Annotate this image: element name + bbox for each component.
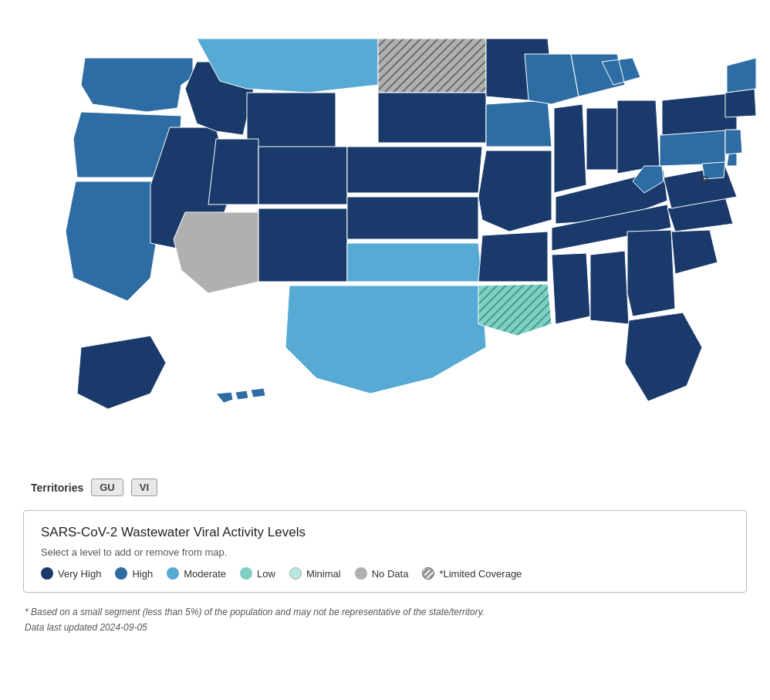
legend-low[interactable]: Low [240, 567, 275, 580]
state-vt-nh-me[interactable] [727, 58, 756, 93]
map-container [15, 15, 755, 466]
state-mi[interactable] [571, 54, 640, 96]
legend-no-data[interactable]: No Data [355, 567, 409, 580]
state-ks[interactable] [347, 197, 478, 239]
state-al[interactable] [590, 251, 629, 324]
state-sd[interactable] [378, 93, 486, 143]
data-updated: Data last updated 2024-09-05 [25, 622, 745, 633]
minimal-dot [289, 567, 302, 580]
state-ne-states[interactable] [725, 89, 756, 117]
limited-label: *Limited Coverage [439, 568, 522, 580]
state-il[interactable] [554, 104, 586, 193]
state-az[interactable] [174, 212, 258, 293]
state-wi[interactable] [525, 54, 579, 104]
state-sc[interactable] [671, 230, 718, 274]
very-high-label: Very High [58, 568, 101, 580]
state-ga[interactable] [627, 230, 675, 316]
legend-limited[interactable]: *Limited Coverage [422, 567, 522, 580]
high-dot [115, 567, 127, 580]
territories-label: Territories [31, 482, 83, 494]
footnote: * Based on a small segment (less than 5%… [25, 607, 745, 617]
low-dot [240, 567, 252, 580]
state-nm[interactable] [258, 208, 347, 282]
legend-title: SARS-CoV-2 Wastewater Viral Activity Lev… [41, 525, 729, 540]
state-wy[interactable] [247, 93, 336, 150]
minimal-label: Minimal [306, 568, 341, 580]
very-high-dot [41, 567, 53, 580]
legend-items: Very High High Moderate Low Minimal No D… [41, 567, 729, 580]
legend-high[interactable]: High [115, 567, 153, 580]
state-tx[interactable] [285, 286, 486, 394]
state-co[interactable] [258, 147, 347, 205]
state-nd[interactable] [378, 39, 486, 93]
low-label: Low [257, 568, 275, 580]
state-hi[interactable] [216, 388, 265, 403]
state-ia[interactable] [486, 100, 552, 147]
legend-subtitle: Select a level to add or remove from map… [41, 546, 729, 558]
state-nj[interactable] [725, 130, 742, 154]
state-ms[interactable] [552, 253, 590, 324]
moderate-dot [167, 567, 179, 580]
state-la[interactable] [478, 284, 552, 336]
state-ut[interactable] [208, 139, 258, 205]
high-label: High [132, 568, 153, 580]
state-pa[interactable] [660, 130, 725, 166]
state-fl[interactable] [625, 313, 702, 401]
territory-gu-button[interactable]: GU [91, 479, 123, 496]
state-ne[interactable] [347, 147, 482, 193]
state-in[interactable] [586, 108, 617, 170]
state-mo[interactable] [478, 150, 552, 232]
map-svg [15, 15, 756, 466]
legend-box: SARS-CoV-2 Wastewater Viral Activity Lev… [23, 510, 747, 593]
state-oh[interactable] [617, 100, 660, 174]
svg-point-6 [424, 569, 434, 580]
legend-minimal[interactable]: Minimal [289, 567, 341, 580]
territories-row: Territories GU VI [31, 479, 755, 496]
no-data-label: No Data [372, 568, 409, 580]
limited-hatch-icon [422, 567, 434, 580]
state-ak[interactable] [77, 336, 166, 409]
legend-very-high[interactable]: Very High [41, 567, 101, 580]
legend-moderate[interactable]: Moderate [167, 567, 226, 580]
state-wa[interactable] [81, 58, 193, 112]
territory-vi-button[interactable]: VI [131, 479, 157, 496]
state-ok[interactable] [347, 243, 482, 282]
moderate-label: Moderate [184, 568, 226, 580]
state-ar[interactable] [478, 232, 548, 282]
no-data-dot [355, 567, 367, 580]
